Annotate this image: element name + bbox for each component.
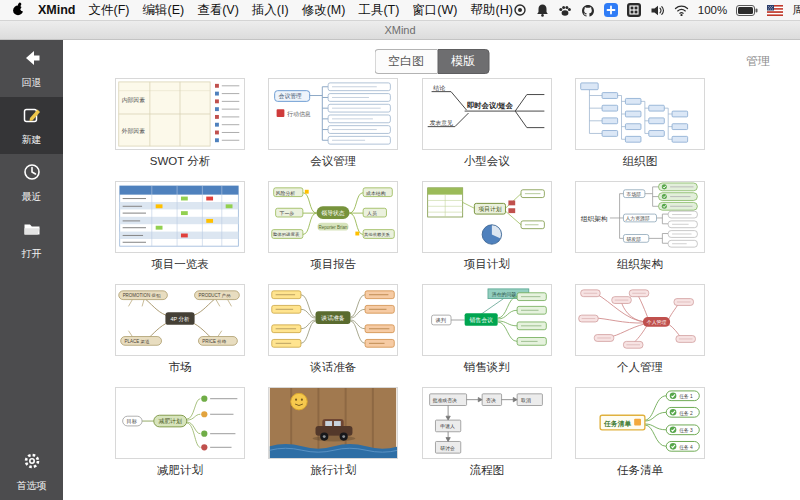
svg-text:Reporter Brian: Reporter Brian [319, 225, 349, 230]
template-card[interactable]: 会议管理 行动信息 会议管理 [268, 78, 398, 168]
bell-icon[interactable] [536, 3, 549, 17]
template-card[interactable]: 目标 减肥计划 减 [115, 387, 245, 477]
template-thumbnail: 目标 减肥计划 [115, 387, 245, 459]
svg-text:研发部: 研发部 [626, 236, 641, 243]
template-name: 旅行计划 [268, 464, 398, 477]
view-segmented-control: 空白图 模版 [374, 49, 489, 74]
svg-text:市场部: 市场部 [625, 191, 641, 198]
svg-text:销售会议: 销售会议 [468, 316, 492, 324]
tab-blank-map[interactable]: 空白图 [374, 49, 437, 74]
svg-text:目标: 目标 [127, 418, 138, 425]
svg-text:发表意见: 发表意见 [429, 119, 452, 126]
volume-icon[interactable] [650, 4, 665, 17]
template-card[interactable]: PROMOTION 促销 PRODUCT 产品 PLACE 渠道 PRICE 价… [115, 284, 245, 374]
us-flag-icon[interactable] [767, 5, 783, 16]
github-icon[interactable] [581, 4, 595, 17]
paw-icon[interactable] [558, 4, 572, 17]
sidebar-item-recent[interactable]: 最近 [0, 154, 63, 211]
template-card[interactable]: 内部因素 外部因素 SWOT 分析 [115, 78, 245, 168]
apple-menu-icon[interactable] [12, 2, 25, 19]
template-name: SWOT 分析 [115, 155, 245, 168]
svg-text:行动信息: 行动信息 [288, 111, 311, 118]
svg-text:人员: 人员 [367, 211, 377, 216]
sidebar-item-open[interactable]: 打开 [0, 211, 63, 268]
menu-window[interactable]: 窗口(W) [412, 2, 457, 19]
svg-text:PRODUCT 产品: PRODUCT 产品 [198, 293, 231, 298]
sidebar-item-new[interactable]: 新建 [0, 97, 63, 154]
template-card[interactable]: 批准或否决 否决 取消 申请人 研讨会 流程图 [422, 387, 552, 477]
template-name: 组织架构 [575, 258, 705, 271]
manage-link[interactable]: 管理 [746, 53, 770, 70]
template-card[interactable]: 即时会议/短会 结论 发表意见 小型会议 [422, 78, 552, 168]
menu-file[interactable]: 文件(F) [89, 2, 130, 19]
svg-text:任务 1: 任务 1 [679, 394, 693, 399]
template-card[interactable]: 旅行计划 [268, 387, 398, 477]
tab-templates[interactable]: 模版 [437, 49, 489, 74]
template-gallery: 空白图 模版 管理 内部因素 外部因素 [63, 40, 800, 500]
template-name: 减肥计划 [115, 464, 245, 477]
template-name: 个人管理 [575, 361, 705, 374]
wifi-icon[interactable] [674, 4, 689, 16]
template-card[interactable]: 任务清单 [575, 387, 705, 477]
template-thumbnail: 谈话准备 [268, 284, 398, 356]
svg-text:任务清单: 任务清单 [603, 420, 631, 428]
template-name: 销售谈判 [422, 361, 552, 374]
sidebar-item-label: 回退 [22, 76, 42, 90]
template-thumbnail: 风险分析 下一步 整体的进度表 成本结构 人员 其他依赖关系 领导状态 Repo… [268, 181, 398, 253]
sidebar-item-label: 新建 [22, 133, 42, 147]
template-name: 谈话准备 [268, 361, 398, 374]
svg-text:PROMOTION 促销: PROMOTION 促销 [123, 293, 161, 298]
menubar-app-name[interactable]: XMind [38, 3, 76, 17]
template-thumbnail: 即时会议/短会 结论 发表意见 [422, 78, 552, 150]
template-card[interactable]: 潜在的问题 谈判 [422, 284, 552, 374]
svg-text:下一步: 下一步 [280, 211, 295, 216]
svg-text:风险分析: 风险分析 [276, 190, 296, 196]
template-card[interactable]: 项目计划 项目计划 [422, 181, 552, 271]
svg-text:PRICE 价格: PRICE 价格 [202, 339, 226, 344]
input-source-icon[interactable] [627, 3, 641, 17]
menubar-clock[interactable]: 周三下午12:25 [792, 3, 800, 18]
svg-text:外部因素: 外部因素 [121, 127, 145, 135]
template-card[interactable]: 谈话准备 谈话准备 [268, 284, 398, 374]
menu-insert[interactable]: 插入(I) [252, 2, 289, 19]
template-card[interactable]: 个人管理 个人管理 [575, 284, 705, 374]
template-thumbnail: 个人管理 [575, 284, 705, 356]
template-name: 会议管理 [268, 155, 398, 168]
svg-text:个人管理: 个人管理 [647, 319, 667, 326]
template-name: 任务清单 [575, 464, 705, 477]
template-card[interactable]: 组织架构 市场部 人力资源部 [575, 181, 705, 271]
battery-icon[interactable] [736, 5, 758, 16]
menu-edit[interactable]: 编辑(E) [142, 2, 184, 19]
svg-text:任务 2: 任务 2 [679, 411, 693, 416]
menu-tools[interactable]: 工具(T) [358, 2, 399, 19]
back-arrow-icon [22, 48, 42, 72]
menu-view[interactable]: 查看(V) [197, 2, 239, 19]
svg-text:整体的进度表: 整体的进度表 [273, 232, 300, 237]
window-title: XMind [384, 24, 415, 36]
template-name: 项目一览表 [115, 258, 245, 271]
sidebar-item-preferences[interactable]: 首选项 [0, 443, 63, 500]
gear-icon [22, 451, 42, 475]
menu-help[interactable]: 帮助(H) [470, 2, 512, 19]
template-name: 市场 [115, 361, 245, 374]
svg-text:组织架构: 组织架构 [581, 215, 608, 223]
template-thumbnail: 组织架构 市场部 人力资源部 [575, 181, 705, 253]
template-card[interactable]: 项目一览表 [115, 181, 245, 271]
svg-text:项目计划: 项目计划 [478, 206, 501, 213]
template-name: 流程图 [422, 464, 552, 477]
record-icon[interactable] [513, 3, 527, 17]
template-thumbnail: 内部因素 外部因素 [115, 78, 245, 150]
svg-text:研讨会: 研讨会 [440, 445, 455, 451]
svg-text:领导状态: 领导状态 [322, 210, 345, 216]
svg-text:任务 3: 任务 3 [679, 428, 693, 433]
svg-text:潜在的问题: 潜在的问题 [492, 291, 516, 298]
macos-menubar: XMind 文件(F) 编辑(E) 查看(V) 插入(I) 修改(M) 工具(T… [0, 0, 800, 21]
folder-icon [22, 219, 42, 243]
menu-modify[interactable]: 修改(M) [302, 2, 346, 19]
sidebar-item-back[interactable]: 回退 [0, 40, 63, 97]
template-card[interactable]: 组织图 [575, 78, 705, 168]
template-thumbnail: 任务清单 [575, 387, 705, 459]
shortcut-plus-icon[interactable] [604, 3, 618, 17]
svg-text:谈话准备: 谈话准备 [321, 315, 345, 322]
template-card[interactable]: 风险分析 下一步 整体的进度表 成本结构 人员 其他依赖关系 领导状态 Repo… [268, 181, 398, 271]
